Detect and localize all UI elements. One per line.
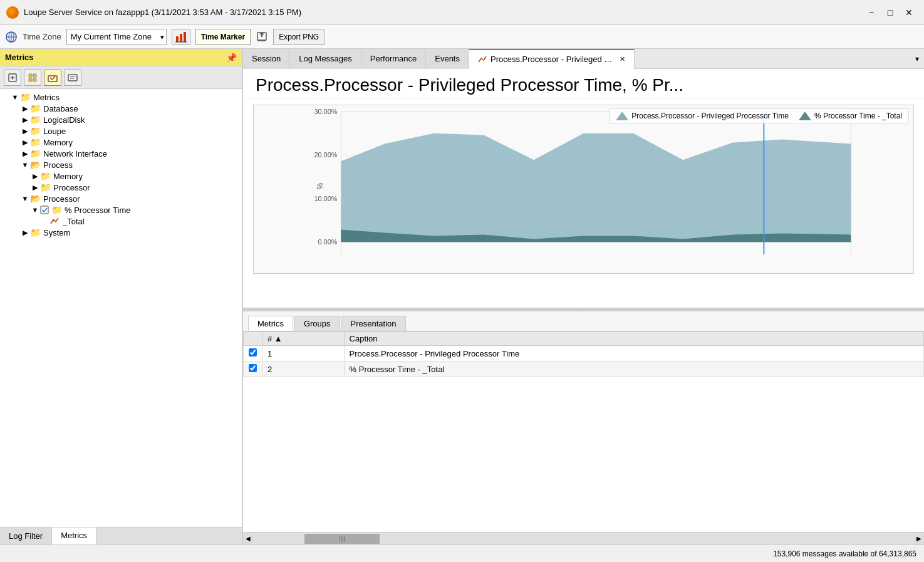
tree-item-networkinterface[interactable]: ▶ 📁 Network Interface xyxy=(0,148,242,159)
svg-rect-19 xyxy=(68,75,77,81)
network-expander[interactable]: ▶ xyxy=(20,148,30,159)
total-expander xyxy=(40,216,50,226)
checkbox-folder-icon xyxy=(40,206,49,214)
loupe-expander[interactable]: ▶ xyxy=(20,126,30,136)
tree-item-process[interactable]: ▼ 📂 Process xyxy=(0,159,242,170)
timezone-select[interactable]: My Current Time Zone UTC Server Time Zon… xyxy=(66,29,167,45)
metrics-tab-presentation[interactable]: Presentation xyxy=(341,316,406,331)
minimize-button[interactable]: − xyxy=(863,5,880,20)
processor-expander[interactable]: ▼ xyxy=(20,194,30,204)
tree-item-process-processor[interactable]: ▶ 📁 Processor xyxy=(0,182,242,193)
database-expander[interactable]: ▶ xyxy=(20,103,30,113)
svg-text:10.00%: 10.00% xyxy=(314,195,337,202)
tab-metrics[interactable]: Metrics xyxy=(52,528,96,544)
chart-icon-button[interactable] xyxy=(172,29,190,45)
timezone-select-wrapper[interactable]: My Current Time Zone UTC Server Time Zon… xyxy=(66,29,167,45)
tree-item-processor[interactable]: ▼ 📂 Processor xyxy=(0,193,242,204)
proc-memory-expander[interactable]: ▶ xyxy=(30,171,40,181)
panel-header: Metrics 📌 xyxy=(0,49,242,66)
system-expander[interactable]: ▶ xyxy=(20,227,30,237)
memory-expander[interactable]: ▶ xyxy=(20,137,30,147)
metrics-tab-metrics[interactable]: Metrics xyxy=(248,316,293,331)
row2-checkbox-cell[interactable] xyxy=(244,362,262,377)
chart-legend: Process.Processor - Privileged Processor… xyxy=(609,108,909,123)
svg-rect-17 xyxy=(33,78,36,81)
root-folder-icon: 📁 xyxy=(20,92,31,102)
processor-folder-icon: 📂 xyxy=(30,194,41,204)
scroll-track[interactable]: |||| xyxy=(253,533,914,545)
tree-root[interactable]: ▼ 📁 Metrics xyxy=(0,91,242,103)
tab-session[interactable]: Session xyxy=(243,49,290,69)
metrics-sub-tabs: Metrics Groups Presentation xyxy=(243,311,924,331)
close-button[interactable]: ✕ xyxy=(900,5,918,20)
right-panel: Session Log Messages Performance Events … xyxy=(243,49,924,544)
pct-expander[interactable]: ▼ xyxy=(30,205,40,215)
status-bar: 153,906 messages available of 64,313,865 xyxy=(0,544,924,562)
legend-item-2: % Processor Time - _Total xyxy=(799,112,902,120)
col-caption: Caption xyxy=(344,332,923,346)
pin-icon[interactable]: 📌 xyxy=(226,53,237,63)
tree-item-total[interactable]: _Total xyxy=(0,216,242,227)
memory-folder-icon: 📁 xyxy=(30,137,41,147)
tool-btn-3[interactable] xyxy=(44,70,61,86)
system-folder-icon: 📁 xyxy=(30,227,41,237)
left-panel: Metrics 📌 ▼ 📁 Metrics xyxy=(0,49,243,544)
row2-num: 2 xyxy=(262,362,345,377)
title-bar-left: Loupe Server Service on fazappp1 (3/11/2… xyxy=(6,6,301,19)
svg-rect-14 xyxy=(29,74,32,77)
row1-checkbox[interactable] xyxy=(249,348,257,356)
root-expander[interactable]: ▼ xyxy=(10,92,20,102)
title-bar: Loupe Server Service on fazappp1 (3/11/2… xyxy=(0,0,924,25)
tab-events[interactable]: Events xyxy=(426,49,469,69)
tab-performance[interactable]: Performance xyxy=(361,49,426,69)
tree-label-network: Network Interface xyxy=(43,149,107,159)
row2-checkbox[interactable] xyxy=(249,364,257,372)
row1-num: 1 xyxy=(262,346,345,362)
tool-btn-1[interactable] xyxy=(4,70,21,86)
tree-item-loupe[interactable]: ▶ 📁 Loupe xyxy=(0,125,242,137)
logicaldisk-expander[interactable]: ▶ xyxy=(20,115,30,125)
legend-label-1: Process.Processor - Privileged Processor… xyxy=(631,112,789,120)
horizontal-scrollbar[interactable]: ◀ |||| ▶ xyxy=(243,532,924,544)
tree-label-proc-memory: Memory xyxy=(53,172,83,181)
export-png-button[interactable]: Export PNG xyxy=(273,29,324,45)
scroll-thumb[interactable]: |||| xyxy=(304,534,380,544)
window-controls: − □ ✕ xyxy=(863,5,918,20)
performance-chart: 30.00% 20.00% 10.00% 0.00% % xyxy=(253,105,914,274)
tree-item-pct-processor-time[interactable]: ▼ 📁 % Processor Time xyxy=(0,204,242,216)
maximize-button[interactable]: □ xyxy=(881,5,899,20)
tabs-dropdown[interactable]: ▾ xyxy=(910,49,924,69)
svg-rect-22 xyxy=(41,206,48,214)
tree-root-label: Metrics xyxy=(33,93,60,102)
tree-item-process-memory[interactable]: ▶ 📁 Memory xyxy=(0,170,242,182)
tree-item-database[interactable]: ▶ 📁 Database xyxy=(0,103,242,114)
scroll-right-btn[interactable]: ▶ xyxy=(914,533,924,545)
tool-btn-4[interactable] xyxy=(64,70,81,86)
legend-color-1 xyxy=(616,112,628,120)
process-expander[interactable]: ▼ xyxy=(20,160,30,170)
metrics-tab-groups[interactable]: Groups xyxy=(294,316,340,331)
tree-label-database: Database xyxy=(43,104,78,113)
tree-item-memory[interactable]: ▶ 📁 Memory xyxy=(0,137,242,148)
table-row: 2 % Processor Time - _Total xyxy=(244,362,924,377)
proc-processor-expander[interactable]: ▶ xyxy=(30,182,40,192)
tool-btn-2[interactable] xyxy=(24,70,41,86)
col-num[interactable]: # ▲ xyxy=(262,332,345,346)
svg-text:%: % xyxy=(316,182,324,189)
tab-log-messages[interactable]: Log Messages xyxy=(290,49,361,69)
time-marker-button[interactable]: Time Marker xyxy=(195,29,251,45)
tree-item-logicaldisk[interactable]: ▶ 📁 LogicalDisk xyxy=(0,114,242,125)
tab-chart-view[interactable]: Process.Processor - Privileged Processor… xyxy=(469,49,635,69)
database-folder-icon: 📁 xyxy=(30,103,41,113)
svg-rect-16 xyxy=(29,78,32,81)
chart-line-icon xyxy=(50,217,60,226)
tab-log-filter[interactable]: Log Filter xyxy=(0,528,52,544)
legend-color-2 xyxy=(799,112,811,120)
main-layout: Metrics 📌 ▼ 📁 Metrics xyxy=(0,49,924,544)
tree-label-processor: Processor xyxy=(43,194,80,204)
row1-checkbox-cell[interactable] xyxy=(244,346,262,362)
network-folder-icon: 📁 xyxy=(30,148,41,159)
tree-item-system[interactable]: ▶ 📁 System xyxy=(0,227,242,238)
tab-close-icon[interactable]: ✕ xyxy=(620,55,625,63)
scroll-left-btn[interactable]: ◀ xyxy=(243,533,253,545)
